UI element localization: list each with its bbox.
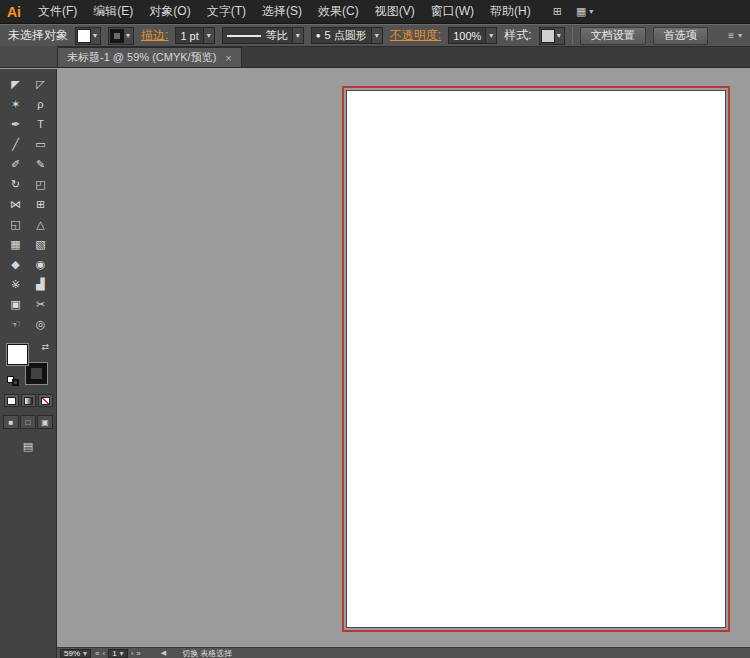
- change-screen-mode-button[interactable]: ▤: [18, 439, 38, 454]
- tools-panel: ◤ ◸ ✶ ρ ✒ T ╱ ▭ ✐ ✎ ↻ ◰ ⋈ ⊞ ◱ △ ▦ ▧ ◆ ◉ …: [0, 69, 57, 658]
- opacity-combobox[interactable]: 100% ▾: [448, 27, 497, 44]
- tool-eyedropper[interactable]: ◆: [3, 254, 28, 274]
- draw-inside-icon: ▣: [41, 418, 49, 427]
- tool-line[interactable]: ╱: [3, 134, 28, 154]
- paintbrush-icon: ✐: [11, 158, 20, 171]
- chevron-down-icon[interactable]: ▾: [738, 31, 742, 40]
- column-graph-icon: ▟: [36, 278, 44, 291]
- style-dropdown[interactable]: ▾: [539, 27, 565, 45]
- previous-artboard-icon[interactable]: ‹: [102, 649, 105, 658]
- stroke-color-control[interactable]: ▾: [108, 27, 134, 45]
- workspace-switcher-button[interactable]: ▦ ▾: [576, 5, 593, 18]
- first-artboard-icon[interactable]: «: [95, 649, 99, 658]
- slice-icon: ✂: [36, 298, 45, 311]
- tool-zoom[interactable]: ◎: [28, 314, 53, 334]
- brush-definition-dropdown[interactable]: ● 5 点圆形 ▾: [311, 27, 383, 44]
- separator: [572, 27, 573, 44]
- tool-type[interactable]: T: [28, 114, 53, 134]
- bleed-guide: [342, 86, 730, 632]
- style-label: 样式:: [504, 27, 531, 44]
- tool-selection[interactable]: ◤: [3, 74, 28, 94]
- tool-scale[interactable]: ◰: [28, 174, 53, 194]
- tool-shape-builder[interactable]: ◱: [3, 214, 28, 234]
- tool-slice[interactable]: ✂: [28, 294, 53, 314]
- tool-lasso[interactable]: ρ: [28, 94, 53, 114]
- color-button[interactable]: [4, 394, 19, 407]
- draw-normal-button[interactable]: ■: [3, 415, 19, 429]
- document-tab-title: 未标题-1 @ 59% (CMYK/预览): [67, 50, 216, 65]
- panel-menu-icon[interactable]: ≡: [728, 30, 734, 41]
- menu-file[interactable]: 文件(F): [30, 0, 85, 24]
- close-icon[interactable]: ×: [225, 52, 231, 64]
- menu-effect[interactable]: 效果(C): [310, 0, 367, 24]
- canvas-area[interactable]: 59% ▾ « ‹ 1 ▾ › » ◀ 切换 表格选择: [57, 69, 750, 658]
- perspective-grid-icon: △: [36, 218, 44, 231]
- default-fill-stroke-icon[interactable]: [7, 376, 19, 386]
- fill-color-swatch[interactable]: [7, 344, 28, 365]
- symbol-sprayer-icon: ※: [11, 278, 20, 291]
- control-bar-right: ≡ ▾: [728, 30, 742, 41]
- selection-icon: ◤: [11, 78, 19, 91]
- tool-gradient[interactable]: ▧: [28, 234, 53, 254]
- chevron-down-icon: ▾: [555, 31, 563, 40]
- gradient-button[interactable]: [21, 394, 36, 407]
- zoom-level-combobox[interactable]: 59% ▾: [60, 649, 91, 658]
- drawing-modes: ■ □ ▣: [0, 415, 56, 429]
- last-artboard-icon[interactable]: »: [136, 649, 140, 658]
- arrange-documents-button[interactable]: ⊞: [553, 5, 562, 18]
- tool-free-transform[interactable]: ⊞: [28, 194, 53, 214]
- none-button[interactable]: [38, 394, 53, 407]
- menu-select[interactable]: 选择(S): [254, 0, 310, 24]
- tool-rectangle[interactable]: ▭: [28, 134, 53, 154]
- menu-bar: Ai 文件(F) 编辑(E) 对象(O) 文字(T) 选择(S) 效果(C) 视…: [0, 0, 750, 24]
- artboard-number-combobox[interactable]: 1 ▾: [108, 649, 127, 658]
- artboard-navigation: « ‹ 1 ▾ › »: [95, 649, 141, 658]
- tool-mesh[interactable]: ▦: [3, 234, 28, 254]
- stroke-color-swatch[interactable]: [26, 363, 47, 384]
- tool-paintbrush[interactable]: ✐: [3, 154, 28, 174]
- menu-type[interactable]: 文字(T): [199, 0, 254, 24]
- stroke-panel-link[interactable]: 描边:: [141, 27, 168, 44]
- width-profile-dropdown[interactable]: 等比 ▾: [222, 27, 304, 44]
- document-setup-button[interactable]: 文档设置: [580, 27, 646, 45]
- chevron-down-icon: ▾: [292, 28, 303, 43]
- swap-fill-stroke-icon[interactable]: ⇄: [41, 342, 49, 352]
- tool-rotate[interactable]: ↻: [3, 174, 28, 194]
- tool-artboard[interactable]: ▣: [3, 294, 28, 314]
- draw-behind-button[interactable]: □: [20, 415, 36, 429]
- menu-window[interactable]: 窗口(W): [423, 0, 482, 24]
- chevron-down-icon: ▾: [589, 7, 593, 16]
- menu-object[interactable]: 对象(O): [141, 0, 198, 24]
- preferences-button[interactable]: 首选项: [653, 27, 708, 45]
- artboard[interactable]: [346, 90, 726, 628]
- next-artboard-icon[interactable]: ›: [131, 649, 134, 658]
- appbar-icons: ⊞ ▦ ▾: [553, 5, 594, 18]
- tool-pen[interactable]: ✒: [3, 114, 28, 134]
- tool-hand[interactable]: ☜: [3, 314, 28, 334]
- chevron-down-icon: ▾: [485, 28, 496, 43]
- tool-blend[interactable]: ◉: [28, 254, 53, 274]
- menu-edit[interactable]: 编辑(E): [85, 0, 141, 24]
- artboard-number-value: 1: [112, 649, 116, 658]
- tool-width[interactable]: ⋈: [3, 194, 28, 214]
- fill-color-control[interactable]: ▾: [75, 27, 101, 45]
- menu-help[interactable]: 帮助(H): [482, 0, 539, 24]
- scroll-left-icon[interactable]: ◀: [161, 649, 166, 657]
- tool-grid: ◤ ◸ ✶ ρ ✒ T ╱ ▭ ✐ ✎ ↻ ◰ ⋈ ⊞ ◱ △ ▦ ▧ ◆ ◉ …: [0, 74, 56, 334]
- document-tab[interactable]: 未标题-1 @ 59% (CMYK/预览) ×: [57, 47, 242, 67]
- draw-inside-button[interactable]: ▣: [37, 415, 53, 429]
- fill-stroke-widget: ⇄: [7, 344, 49, 386]
- stroke-width-combobox[interactable]: 1 pt ▾: [175, 27, 214, 44]
- tool-symbol-sprayer[interactable]: ※: [3, 274, 28, 294]
- opacity-panel-link[interactable]: 不透明度:: [390, 27, 441, 44]
- tool-direct-selection[interactable]: ◸: [28, 74, 53, 94]
- tool-column-graph[interactable]: ▟: [28, 274, 53, 294]
- menu-view[interactable]: 视图(V): [367, 0, 423, 24]
- draw-normal-icon: ■: [9, 418, 14, 427]
- tool-perspective-grid[interactable]: △: [28, 214, 53, 234]
- tool-pencil[interactable]: ✎: [28, 154, 53, 174]
- tool-magic-wand[interactable]: ✶: [3, 94, 28, 114]
- brush-definition-label: 5 点圆形: [325, 28, 367, 43]
- rectangle-icon: ▭: [35, 138, 45, 151]
- gradient-icon: ▧: [35, 238, 45, 251]
